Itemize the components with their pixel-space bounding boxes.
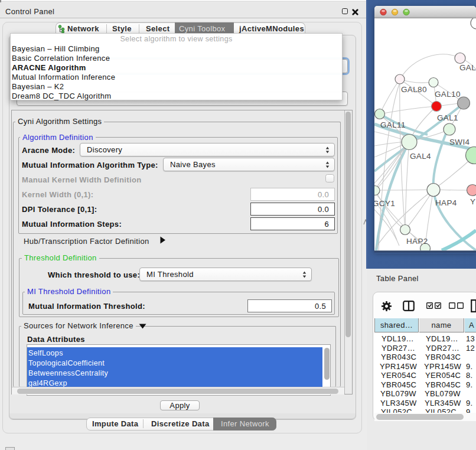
- svg-text:HAP4: HAP4: [435, 198, 457, 207]
- svg-text:HAP2: HAP2: [406, 237, 428, 246]
- svg-text:GAL11: GAL11: [380, 120, 406, 129]
- svg-text:GCY1: GCY1: [374, 199, 395, 208]
- svg-text:GAL80: GAL80: [401, 85, 427, 94]
- svg-text:GAL: GAL: [459, 63, 476, 72]
- svg-text:SWI4: SWI4: [449, 138, 470, 146]
- svg-text:GAL10: GAL10: [435, 90, 461, 99]
- svg-text:GAL4: GAL4: [410, 152, 431, 161]
- svg-text:Y: Y: [470, 197, 475, 206]
- svg-text:GAL1: GAL1: [437, 113, 458, 122]
